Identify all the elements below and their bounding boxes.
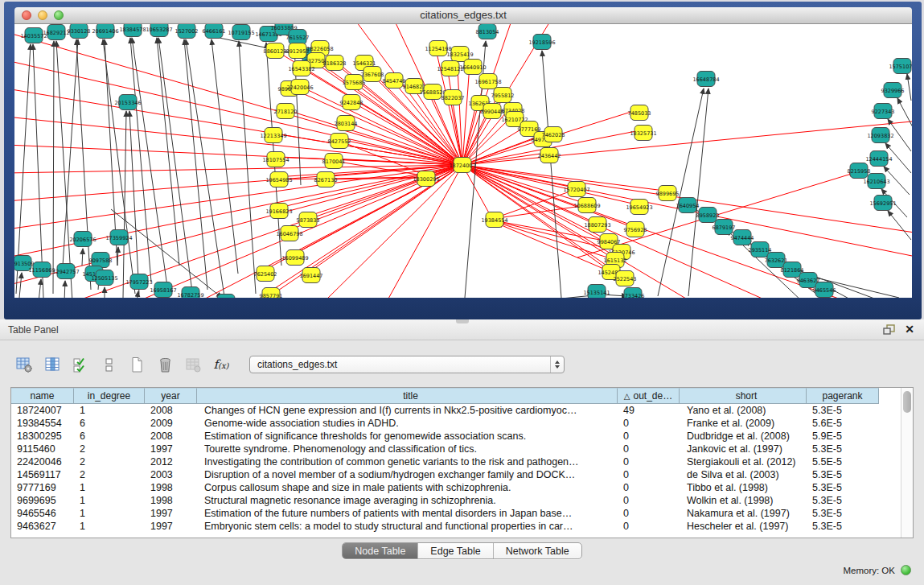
- graph-node-label: 1640954: [676, 203, 700, 209]
- table-cell: Estimation of significance thresholds fo…: [197, 430, 618, 443]
- import-table-icon[interactable]: [182, 353, 204, 376]
- function-builder-icon[interactable]: f(x): [210, 353, 232, 376]
- table-cell: Nakamura et al. (1997): [680, 507, 807, 520]
- table-cell: 0: [618, 507, 680, 520]
- close-window-button[interactable]: [22, 10, 31, 20]
- table-row[interactable]: 1456911722003Disruption of a novel membe…: [11, 468, 913, 481]
- minimize-window-button[interactable]: [38, 10, 47, 20]
- table-cell: 9115460: [11, 443, 74, 455]
- table-cell: 6: [74, 417, 145, 430]
- graph-node-label: 1733426: [622, 293, 645, 299]
- graph-node-label: 8958923: [696, 212, 720, 219]
- table-cell: 5.3E-5: [807, 443, 879, 455]
- table-cell: Yano et al. (2008): [680, 404, 807, 417]
- table-cell: 1998: [145, 494, 197, 507]
- tab-network-table[interactable]: Network Table: [494, 543, 581, 558]
- panel-drag-handle[interactable]: [456, 319, 469, 323]
- graph-node-label: 8267130: [314, 177, 338, 183]
- tab-edge-table[interactable]: Edge Table: [418, 543, 493, 558]
- table-cell: 0: [618, 455, 680, 468]
- table-row[interactable]: 946362711997Embryonic stem cells: a mode…: [11, 520, 913, 533]
- graph-node-label: 16782759: [177, 292, 203, 299]
- column-header-out_de[interactable]: △out_de…: [618, 388, 680, 404]
- graph-node-label: 3913509: [14, 261, 34, 267]
- table-cell: 5.3E-5: [807, 468, 879, 481]
- table-cell: 1998: [145, 481, 197, 494]
- column-header-pagerank[interactable]: pagerank: [807, 388, 879, 404]
- graph-node-label: 7615527: [286, 35, 310, 41]
- float-panel-icon[interactable]: [883, 324, 895, 335]
- graph-node-label: 5873833: [297, 217, 320, 224]
- table-cell: 22420046: [11, 455, 74, 468]
- vertical-scrollbar[interactable]: [901, 388, 913, 538]
- table-cell: Changes of HCN gene expression and I(f) …: [197, 404, 618, 417]
- table-cell: 18724007: [11, 404, 74, 417]
- graph-node-label: 8215958: [848, 168, 871, 175]
- show-columns-icon[interactable]: [41, 353, 64, 376]
- select-columns-icon[interactable]: [69, 353, 92, 376]
- tab-node-table[interactable]: Node Table: [343, 543, 418, 558]
- graph-node[interactable]: [217, 295, 235, 299]
- table-row[interactable]: 2242004622012Investigating the contribut…: [11, 455, 913, 468]
- table-row[interactable]: 977716911998Corpus callosum shape and si…: [11, 481, 913, 494]
- graph-node-label: 6879197: [713, 225, 736, 231]
- table-row[interactable]: 946554611997Estimation of the future num…: [11, 507, 913, 520]
- table-cell: 1997: [145, 507, 197, 520]
- graph-node-label: 8912955: [286, 48, 310, 55]
- table-cell: 2: [74, 455, 145, 468]
- table-cell: 2: [74, 468, 145, 481]
- graph-node-label: 22420046: [286, 84, 313, 91]
- column-header-name[interactable]: name: [11, 388, 74, 404]
- column-header-short[interactable]: short: [680, 388, 807, 404]
- graph-node-label: 2718120: [274, 109, 298, 115]
- table-cell: Disruption of a novel member of a sodium…: [197, 468, 618, 481]
- table-cell: 2: [74, 443, 145, 455]
- table-cell: Structural magnetic resonance image aver…: [197, 494, 618, 507]
- graph-node-label: 7462028: [542, 132, 565, 138]
- table-panel-titlebar[interactable]: Table Panel ✕: [0, 319, 924, 340]
- table-row[interactable]: 911546021997Tourette syndrome. Phenomeno…: [11, 443, 913, 455]
- graph-node-label: 16961758: [474, 79, 501, 85]
- graph-node-label: 9465546: [813, 287, 836, 294]
- graph-node-label: 10653287: [146, 27, 172, 33]
- table-settings-icon[interactable]: [13, 353, 35, 376]
- network-window-titlebar[interactable]: citations_edges.txt: [14, 7, 912, 24]
- graph-node-label: 9474444: [731, 235, 754, 241]
- table-row[interactable]: 969969511998Structural magnetic resonanc…: [11, 494, 913, 507]
- sort-ascending-icon: △: [624, 392, 630, 401]
- table-cell: 0: [618, 417, 680, 430]
- graph-node-label: 18724007: [449, 163, 475, 169]
- table-cell: 9465546: [11, 507, 74, 520]
- table-row[interactable]: 1872400712008Changes of HCN gene express…: [11, 404, 913, 417]
- table-cell: 1: [74, 404, 145, 417]
- graph-node-label: 8990448: [481, 109, 504, 115]
- zoom-window-button[interactable]: [54, 10, 64, 20]
- network-graph-canvas[interactable]: 1403557216829212933012820691406183845781…: [14, 24, 912, 298]
- graph-node-label: 7625402: [254, 271, 277, 278]
- table-row[interactable]: 1830029562008Estimation of significance …: [11, 430, 913, 443]
- table-row[interactable]: 1938455462009Genome-wide association stu…: [11, 417, 913, 430]
- column-header-year[interactable]: year: [145, 388, 197, 404]
- memory-status-indicator[interactable]: [901, 565, 911, 575]
- table-cell: 1: [74, 494, 145, 507]
- table-cell: 0: [618, 494, 680, 507]
- close-panel-icon[interactable]: ✕: [905, 323, 914, 335]
- column-header-in_degree[interactable]: in_degree: [74, 388, 145, 404]
- new-table-icon[interactable]: [125, 353, 148, 376]
- select-stepper-icon[interactable]: [550, 356, 564, 373]
- window-title: citations_edges.txt: [14, 7, 912, 23]
- column-header-title[interactable]: title: [197, 388, 618, 404]
- graph-node-label: 15751074: [889, 64, 912, 70]
- scrollbar-thumb[interactable]: [903, 391, 911, 413]
- graph-node-label: 2803144: [335, 121, 358, 127]
- graph-node-label: 1691447: [300, 273, 323, 279]
- graph-node-label: 9899695: [656, 191, 680, 197]
- graph-node-label: 16210643: [863, 179, 889, 185]
- network-table-select[interactable]: citations_edges.txt: [249, 356, 565, 373]
- table-cell: Franke et al. (2009): [680, 417, 807, 430]
- delete-table-icon[interactable]: [154, 353, 176, 376]
- row-height-icon[interactable]: [97, 353, 120, 376]
- graph-node-label: 17359924: [105, 235, 132, 241]
- table-cell: 1: [74, 481, 145, 494]
- panel-title: Table Panel: [8, 319, 59, 340]
